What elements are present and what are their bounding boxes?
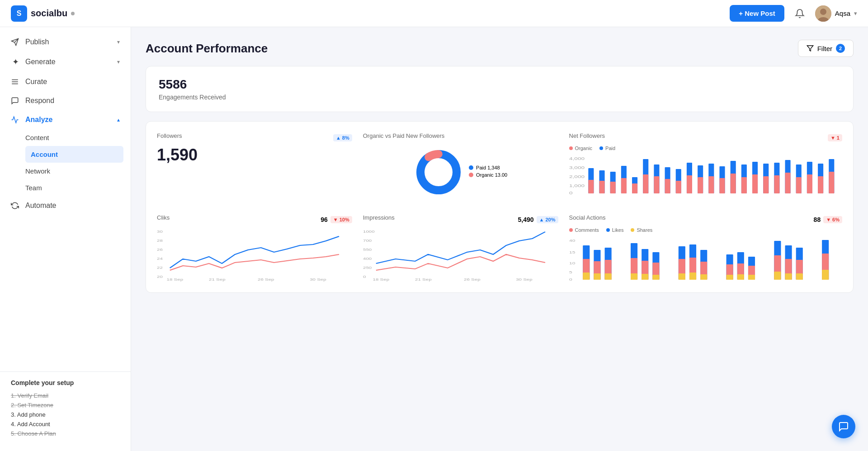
logo-icon: S xyxy=(11,5,27,22)
svg-text:21 Sep: 21 Sep xyxy=(415,277,432,282)
setup-item-3[interactable]: 3. Add phone xyxy=(11,410,120,419)
chat-icon xyxy=(838,421,849,432)
organic-legend: Organic xyxy=(575,146,593,151)
sidebar-item-respond[interactable]: Respond xyxy=(0,91,131,110)
svg-rect-129 xyxy=(785,273,792,280)
analyze-subnav: Content Account Network Team xyxy=(0,129,131,196)
svg-text:22: 22 xyxy=(157,266,163,270)
sidebar-item-generate[interactable]: ✦ Generate ▾ xyxy=(0,52,131,72)
sidebar: Publish ▾ ✦ Generate ▾ Curate Respond An… xyxy=(0,27,131,451)
svg-rect-52 xyxy=(774,175,779,193)
donut-wrap: Paid 1,348 Organic 13.00 xyxy=(363,143,558,202)
svg-rect-50 xyxy=(763,176,769,193)
svg-text:30: 30 xyxy=(157,230,163,234)
analyze-label: Analyze xyxy=(25,116,52,124)
user-name: Aqsa xyxy=(835,9,850,17)
impressions-card: Impressions 5,490 ▲ 20% 1000 700 550 400… xyxy=(363,214,558,282)
setup-item-1: 1. Verify Email xyxy=(11,391,120,400)
social-legend: Comments Likes Shares xyxy=(569,227,842,233)
curate-label: Curate xyxy=(25,78,47,86)
svg-rect-62 xyxy=(829,172,834,193)
subnav-team[interactable]: Team xyxy=(25,179,131,196)
likes-legend: Likes xyxy=(612,227,624,233)
svg-rect-32 xyxy=(665,179,670,193)
publish-chevron: ▾ xyxy=(117,39,120,45)
svg-rect-30 xyxy=(654,176,659,193)
setup-section: Complete your setup 1. Verify Email 2. S… xyxy=(0,371,131,446)
svg-text:21 Sep: 21 Sep xyxy=(209,277,226,282)
svg-text:0: 0 xyxy=(363,275,366,279)
online-indicator xyxy=(71,12,75,15)
notifications-button[interactable] xyxy=(792,5,808,22)
svg-text:20: 20 xyxy=(157,275,163,279)
svg-rect-44 xyxy=(730,174,736,193)
analyze-icon xyxy=(11,116,20,124)
net-followers-title: Net Followers xyxy=(569,132,605,139)
paid-legend-label: Paid 1,348 xyxy=(476,165,500,170)
svg-rect-132 xyxy=(796,273,802,280)
svg-text:18 Sep: 18 Sep xyxy=(167,277,184,282)
svg-rect-18 xyxy=(588,180,594,193)
respond-label: Respond xyxy=(25,97,54,105)
svg-rect-58 xyxy=(807,174,812,193)
filter-button[interactable]: Filter 2 xyxy=(798,40,854,57)
svg-rect-108 xyxy=(678,273,685,280)
setup-item-4[interactable]: 4. Add Account xyxy=(11,419,120,429)
followers-title: Followers xyxy=(157,132,182,139)
sidebar-item-automate[interactable]: Automate xyxy=(0,196,131,215)
setup-item-2: 2. Set Timezone xyxy=(11,400,120,410)
svg-text:3,000: 3,000 xyxy=(569,165,585,169)
net-followers-legend: Organic Paid xyxy=(569,146,842,151)
header: S socialbu + New Post Aqsa ▾ xyxy=(0,0,868,27)
svg-rect-93 xyxy=(594,273,600,280)
followers-badge: ▲ 8% xyxy=(333,134,352,141)
social-actions-chart: 40 15 10 5 0 xyxy=(569,236,842,282)
svg-text:2,000: 2,000 xyxy=(569,174,585,179)
main-content: Account Performance Filter 2 5586 Engage… xyxy=(131,27,868,451)
svg-rect-48 xyxy=(752,174,758,193)
analyze-chevron: ▴ xyxy=(117,117,120,123)
new-post-button[interactable]: + New Post xyxy=(730,5,784,22)
svg-text:10: 10 xyxy=(569,261,576,265)
svg-text:1,000: 1,000 xyxy=(569,183,585,188)
svg-text:28: 28 xyxy=(157,239,163,243)
svg-rect-102 xyxy=(642,274,648,280)
subnav-network[interactable]: Network xyxy=(25,163,131,179)
net-followers-chart: 4,000 3,000 2,000 1,000 0 xyxy=(569,155,842,195)
svg-text:18 Sep: 18 Sep xyxy=(373,277,389,282)
svg-rect-24 xyxy=(621,178,626,193)
organic-legend-dot xyxy=(469,173,473,177)
svg-text:26: 26 xyxy=(157,248,163,252)
social-actions-badge: ▼ 6% xyxy=(823,216,842,223)
filter-badge: 2 xyxy=(836,44,845,53)
filter-label: Filter xyxy=(817,45,832,52)
sidebar-item-analyze[interactable]: Analyze ▴ xyxy=(0,110,131,129)
logo-area: S socialbu xyxy=(11,5,142,22)
svg-text:250: 250 xyxy=(363,266,372,270)
filter-icon xyxy=(807,45,814,52)
subnav-content[interactable]: Content xyxy=(25,129,131,146)
social-actions-value: 88 xyxy=(814,216,821,223)
svg-rect-126 xyxy=(774,272,781,280)
impressions-title: Impressions xyxy=(363,214,395,221)
automate-icon xyxy=(11,202,20,210)
followers-card: Followers ▲ 8% 1,590 xyxy=(157,132,352,202)
impressions-value: 5,490 xyxy=(518,216,534,223)
publish-label: Publish xyxy=(25,38,49,46)
chat-button[interactable] xyxy=(832,415,855,438)
charts-container: Followers ▲ 8% 1,590 Organic vs Paid New… xyxy=(146,121,854,293)
clicks-badge: ▼ 10% xyxy=(330,216,352,223)
user-menu[interactable]: Aqsa ▾ xyxy=(815,5,857,22)
donut-title: Organic vs Paid New Followers xyxy=(363,132,558,139)
svg-text:15: 15 xyxy=(569,250,576,254)
sidebar-item-publish[interactable]: Publish ▾ xyxy=(0,33,131,52)
svg-rect-96 xyxy=(604,273,611,280)
svg-rect-99 xyxy=(631,273,637,280)
generate-icon: ✦ xyxy=(11,57,20,67)
svg-rect-28 xyxy=(643,174,648,193)
publish-icon xyxy=(11,38,20,46)
donut-legend: Paid 1,348 Organic 13.00 xyxy=(469,165,507,179)
svg-text:26 Sep: 26 Sep xyxy=(464,277,481,282)
subnav-account[interactable]: Account xyxy=(25,146,123,163)
sidebar-item-curate[interactable]: Curate xyxy=(0,72,131,91)
